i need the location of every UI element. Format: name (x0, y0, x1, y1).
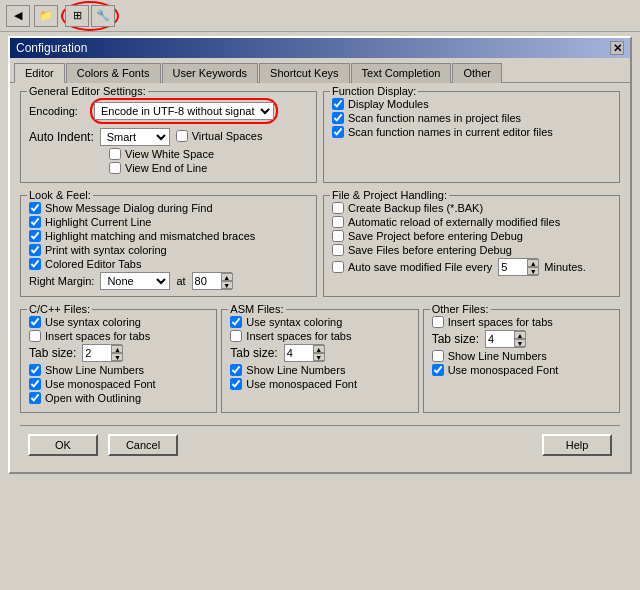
auto-indent-select[interactable]: Smart (100, 128, 170, 146)
back-button[interactable]: ◀ (6, 5, 30, 27)
close-button[interactable]: ✕ (610, 41, 624, 55)
save-files-checkbox[interactable] (332, 244, 344, 256)
display-modules-label: Display Modules (348, 98, 429, 110)
spinbox-up[interactable]: ▲ (221, 273, 233, 281)
tab-bar: Editor Colors & Fonts User Keywords Shor… (10, 58, 630, 83)
virtual-spaces-checkbox[interactable] (176, 130, 188, 142)
look-feel-section: Look & Feel: Show Message Dialog during … (20, 195, 317, 297)
margin-spinbox: ▲ ▼ (192, 272, 232, 290)
cpp-tab-label: Tab size: (29, 346, 76, 360)
tab-shortcut-keys[interactable]: Shortcut Keys (259, 63, 349, 83)
auto-save-row: Auto save modified File every ▲ ▼ Minute… (332, 258, 611, 276)
auto-save-value[interactable] (499, 261, 527, 273)
asm-tab-up[interactable]: ▲ (313, 345, 325, 353)
spinbox-down[interactable]: ▼ (221, 281, 233, 289)
view-end-of-line-checkbox[interactable] (109, 162, 121, 174)
display-modules-checkbox[interactable] (332, 98, 344, 110)
right-margin-select[interactable]: None (100, 272, 170, 290)
cpp-syntax-row: Use syntax coloring (29, 316, 208, 328)
virtual-spaces-label: Virtual Spaces (192, 130, 263, 142)
asm-spinbox-buttons: ▲ ▼ (313, 345, 325, 361)
tab-user-keywords[interactable]: User Keywords (162, 63, 259, 83)
other-tab-value[interactable] (486, 333, 514, 345)
other-monospaced-row: Use monospaced Font (432, 364, 611, 376)
cpp-monospaced-label: Use monospaced Font (45, 378, 156, 390)
other-monospaced-label: Use monospaced Font (448, 364, 559, 376)
scan-project-checkbox[interactable] (332, 112, 344, 124)
colored-tabs-checkbox[interactable] (29, 258, 41, 270)
save-before-debug-label: Save Project before entering Debug (348, 230, 523, 242)
auto-save-up[interactable]: ▲ (527, 259, 539, 267)
scan-editor-label: Scan function names in current editor fi… (348, 126, 553, 138)
asm-files-section: ASM Files: Use syntax coloring Insert sp… (221, 309, 418, 413)
create-backup-row: Create Backup files (*.BAK) (332, 202, 611, 214)
other-tab-down[interactable]: ▼ (514, 339, 526, 347)
other-files-section: Other Files: Insert spaces for tabs Tab … (423, 309, 620, 413)
other-tab-spinbox: ▲ ▼ (485, 330, 525, 348)
asm-tab-value[interactable] (285, 347, 313, 359)
settings-button[interactable]: 🔧 (91, 5, 115, 27)
cpp-insert-spaces-checkbox[interactable] (29, 330, 41, 342)
configuration-dialog: Configuration ✕ Editor Colors & Fonts Us… (8, 36, 632, 474)
help-button[interactable]: Help (542, 434, 612, 456)
tab-editor[interactable]: Editor (14, 63, 65, 83)
colored-tabs-row: Colored Editor Tabs (29, 258, 308, 270)
encoding-select[interactable]: Encode in UTF-8 without signature (94, 102, 274, 120)
cpp-spinbox-buttons: ▲ ▼ (111, 345, 123, 361)
look-feel-title: Look & Feel: (27, 189, 93, 201)
view-end-of-line-label: View End of Line (125, 162, 207, 174)
scan-editor-checkbox[interactable] (332, 126, 344, 138)
cpp-tab-spinbox: ▲ ▼ (82, 344, 122, 362)
cpp-outlining-checkbox[interactable] (29, 392, 41, 404)
virtual-spaces-row: Virtual Spaces (176, 130, 263, 142)
asm-tab-down[interactable]: ▼ (313, 353, 325, 361)
function-display-title: Function Display: (330, 85, 418, 97)
ok-button[interactable]: OK (28, 434, 98, 456)
cpp-tab-value[interactable] (83, 347, 111, 359)
cpp-line-numbers-row: Show Line Numbers (29, 364, 208, 376)
create-backup-checkbox[interactable] (332, 202, 344, 214)
other-monospaced-checkbox[interactable] (432, 364, 444, 376)
margin-value[interactable] (193, 275, 221, 287)
other-line-numbers-label: Show Line Numbers (448, 350, 547, 362)
highlight-braces-checkbox[interactable] (29, 230, 41, 242)
encoding-row: Encoding: Encode in UTF-8 without signat… (29, 98, 308, 124)
highlight-braces-row: Highlight matching and mismatched braces (29, 230, 308, 242)
auto-save-spinbox-buttons: ▲ ▼ (527, 259, 539, 275)
highlight-line-checkbox[interactable] (29, 216, 41, 228)
scan-project-row: Scan function names in project files (332, 112, 611, 124)
cpp-monospaced-checkbox[interactable] (29, 378, 41, 390)
other-tab-up[interactable]: ▲ (514, 331, 526, 339)
other-line-numbers-checkbox[interactable] (432, 350, 444, 362)
cpp-tab-down[interactable]: ▼ (111, 353, 123, 361)
cancel-button[interactable]: Cancel (108, 434, 178, 456)
asm-syntax-checkbox[interactable] (230, 316, 242, 328)
auto-save-checkbox[interactable] (332, 261, 344, 273)
save-files-row: Save Files before entering Debug (332, 244, 611, 256)
asm-line-numbers-checkbox[interactable] (230, 364, 242, 376)
view-button[interactable]: ⊞ (65, 5, 89, 27)
middle-sections: Look & Feel: Show Message Dialog during … (20, 195, 620, 303)
tab-text-completion[interactable]: Text Completion (351, 63, 452, 83)
other-insert-spaces-checkbox[interactable] (432, 316, 444, 328)
tab-other[interactable]: Other (452, 63, 502, 83)
auto-save-down[interactable]: ▼ (527, 267, 539, 275)
asm-tab-label: Tab size: (230, 346, 277, 360)
asm-monospaced-checkbox[interactable] (230, 378, 242, 390)
minutes-label: Minutes. (544, 261, 586, 273)
cpp-syntax-checkbox[interactable] (29, 316, 41, 328)
view-white-space-checkbox[interactable] (109, 148, 121, 160)
cpp-tab-up[interactable]: ▲ (111, 345, 123, 353)
auto-reload-checkbox[interactable] (332, 216, 344, 228)
toolbar-circle-highlight: ⊞ 🔧 (61, 1, 119, 31)
save-before-debug-checkbox[interactable] (332, 230, 344, 242)
show-message-checkbox[interactable] (29, 202, 41, 214)
bottom-sections: C/C++ Files: Use syntax coloring Insert … (20, 309, 620, 419)
asm-insert-spaces-checkbox[interactable] (230, 330, 242, 342)
tab-colors-fonts[interactable]: Colors & Fonts (66, 63, 161, 83)
cpp-outlining-label: Open with Outlining (45, 392, 141, 404)
folder-button[interactable]: 📁 (34, 5, 58, 27)
cpp-line-numbers-checkbox[interactable] (29, 364, 41, 376)
print-syntax-checkbox[interactable] (29, 244, 41, 256)
general-settings-title: General Editor Settings: (27, 85, 148, 97)
